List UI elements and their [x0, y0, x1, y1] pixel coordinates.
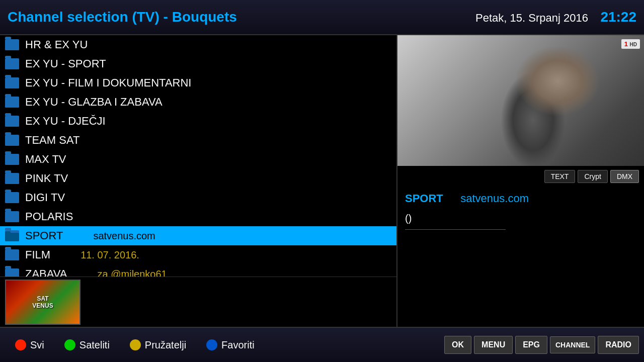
right-panel: 1 HD TEXT Crypt DMX SPORT satvenus.com (…: [397, 35, 644, 327]
action-buttons-row: TEXT Crypt DMX: [397, 166, 644, 187]
svg-rect-14: [5, 175, 19, 184]
footer-btn-favoriti[interactable]: Favoriti: [196, 328, 265, 362]
svg-rect-17: [5, 193, 11, 196]
svg-rect-4: [5, 80, 19, 88]
channel-item-2[interactable]: EX YU - SPORT: [0, 54, 396, 73]
svg-rect-5: [5, 78, 11, 81]
svg-rect-25: [5, 269, 11, 272]
svg-rect-0: [5, 42, 19, 50]
channel-sublabel: satvenus.com: [93, 230, 155, 242]
footer-btn-all[interactable]: Svi: [5, 328, 54, 362]
header-bar: Channel selection (TV) - Bouquets Petak,…: [0, 0, 644, 35]
channel-label: EX YU - SPORT: [25, 57, 106, 70]
channel-item-8[interactable]: PINK TV: [0, 169, 396, 188]
svg-rect-2: [5, 61, 19, 69]
folder-icon: [5, 173, 19, 184]
channel-item-3[interactable]: EX YU - FILM I DOKUMENTARNI: [0, 73, 396, 93]
ok-button[interactable]: OK: [444, 336, 471, 354]
red-dot: [15, 339, 26, 350]
menu-button[interactable]: MENU: [474, 336, 513, 354]
svg-rect-19: [5, 212, 11, 215]
info-description: (): [405, 213, 412, 224]
header-time: 21:22: [600, 9, 636, 25]
svg-rect-7: [5, 98, 11, 100]
channel-label: SPORT: [25, 229, 63, 242]
channel-label: PINK TV: [25, 172, 68, 185]
channel-label: DIGI TV: [25, 191, 65, 204]
channel-label: POLARIS: [25, 210, 73, 223]
channel-item-10[interactable]: POLARIS: [0, 207, 396, 226]
svg-rect-9: [5, 117, 11, 119]
blue-dot: [206, 339, 217, 350]
svg-rect-18: [5, 214, 19, 222]
channel-button[interactable]: CHANNEL: [550, 336, 595, 353]
svg-rect-10: [5, 137, 19, 146]
folder-icon: [5, 97, 19, 108]
svg-rect-13: [5, 155, 11, 157]
svg-rect-15: [5, 174, 11, 176]
channel-item-1[interactable]: HR & EX YU: [0, 35, 396, 54]
info-row: SPORT satvenus.com: [405, 192, 636, 205]
channel-label: EX YU - GLAZBA I ZABAVA: [25, 96, 163, 109]
text-button[interactable]: TEXT: [544, 170, 576, 183]
svg-rect-23: [5, 250, 11, 253]
info-divider: [405, 229, 506, 230]
channel-label: EX YU - DJEČJI: [25, 115, 106, 128]
folder-icon: [5, 211, 19, 222]
preview-content: [397, 35, 644, 166]
logo-hd: HD: [630, 42, 637, 47]
channel-item-4[interactable]: EX YU - GLAZBA I ZABAVA: [0, 93, 396, 112]
svg-rect-21: [5, 231, 11, 234]
info-panel: SPORT satvenus.com (): [397, 187, 644, 327]
channel-item-6[interactable]: TEAM SAT: [0, 131, 396, 150]
svg-rect-1: [5, 40, 11, 43]
logo-text: 1: [624, 40, 628, 48]
channel-item-12[interactable]: FILM11. 07. 2016.: [0, 245, 396, 264]
info-website: satvenus.com: [460, 192, 529, 205]
radio-button[interactable]: RADIO: [598, 336, 639, 354]
channel-thumbnail: SATVENUS: [5, 280, 80, 325]
svg-rect-12: [5, 156, 19, 165]
channel-label: EX YU - FILM I DOKUMENTARNI: [25, 76, 191, 89]
video-preview: 1 HD: [397, 35, 644, 166]
channel-label: TEAM SAT: [25, 134, 79, 147]
footer-favoriti-label: Favoriti: [221, 339, 255, 351]
footer-bar: Svi Sateliti Pružatelji Favoriti OK MENU…: [0, 327, 644, 362]
epg-button[interactable]: EPG: [515, 336, 547, 354]
svg-rect-6: [5, 99, 19, 108]
footer-sateliti-label: Sateliti: [79, 339, 110, 351]
main-area: HR & EX YU EX YU - SPORT EX YU - FILM I …: [0, 35, 644, 327]
thumbnail-text: SATVENUS: [32, 295, 53, 309]
folder-icon: [5, 154, 19, 165]
channel-item-9[interactable]: DIGI TV: [0, 188, 396, 207]
folder-icon: [5, 192, 19, 203]
dmx-button[interactable]: DMX: [610, 170, 639, 183]
svg-rect-11: [5, 136, 11, 138]
preview-logo: 1 HD: [621, 39, 640, 49]
channel-item-5[interactable]: EX YU - DJEČJI: [0, 112, 396, 131]
yellow-dot: [130, 339, 141, 350]
thumbnail-area: SATVENUS: [0, 277, 397, 327]
channel-label: HR & EX YU: [25, 38, 88, 51]
folder-icon: [5, 39, 19, 50]
svg-rect-20: [5, 233, 19, 241]
crypt-button[interactable]: Crypt: [578, 170, 607, 183]
folder-icon: [5, 249, 19, 260]
info-channel-name: SPORT: [405, 192, 443, 205]
page-title: Channel selection (TV) - Bouquets: [8, 9, 237, 25]
green-dot: [64, 339, 75, 350]
channel-list: HR & EX YU EX YU - SPORT EX YU - FILM I …: [0, 35, 397, 327]
channel-sublabel: 11. 07. 2016.: [80, 249, 139, 261]
header-datetime: Petak, 15. Srpanj 2016 21:22: [475, 9, 636, 25]
footer-btn-pruzatelji[interactable]: Pružatelji: [120, 328, 196, 362]
svg-rect-8: [5, 118, 19, 127]
footer-btn-sateliti[interactable]: Sateliti: [54, 328, 120, 362]
folder-icon: [5, 116, 19, 127]
channel-item-11[interactable]: SPORTsatvenus.com: [0, 226, 396, 245]
folder-icon: [5, 58, 19, 69]
channel-item-7[interactable]: MAX TV: [0, 150, 396, 169]
svg-rect-3: [5, 59, 11, 62]
svg-rect-16: [5, 195, 19, 203]
folder-icon: [5, 77, 19, 88]
svg-rect-22: [5, 252, 19, 260]
